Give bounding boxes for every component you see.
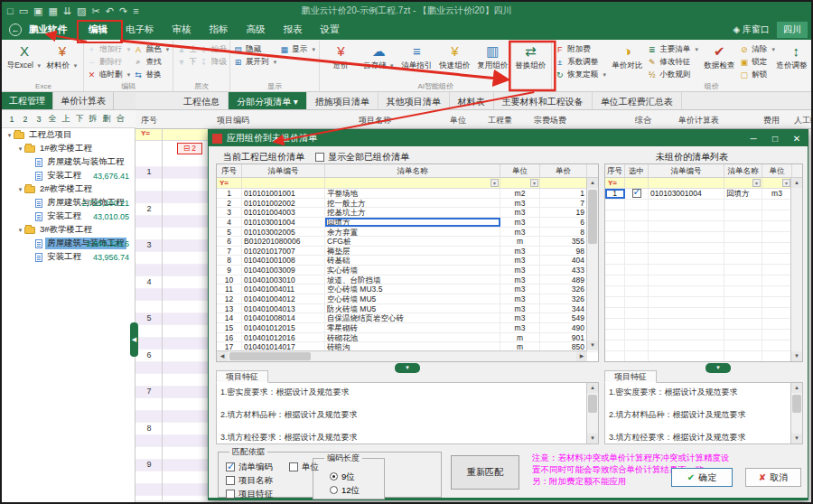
cell[interactable]: 344 bbox=[540, 304, 587, 313]
filter-cell[interactable]: ▾ bbox=[724, 178, 762, 188]
scroll-down-icon[interactable]: ▼ bbox=[587, 341, 598, 350]
menu-tab-高级[interactable]: 高级 bbox=[238, 21, 275, 39]
grid-row-number[interactable]: 7 bbox=[136, 387, 163, 396]
filter-cell[interactable] bbox=[649, 178, 724, 188]
cell[interactable]: m3 bbox=[500, 313, 540, 322]
table-row[interactable]: 1010103001004回填方m3 bbox=[605, 189, 802, 200]
cell[interactable]: 空心砖墙 MU5 bbox=[325, 294, 500, 303]
feature-tab-right[interactable]: 项目特征 bbox=[604, 370, 657, 383]
ribbon-button-附加费[interactable]: F附加费 bbox=[555, 43, 607, 55]
ribbon-button-小数规则[interactable]: ½小数规则 bbox=[647, 69, 699, 80]
cell[interactable]: 空心砖墙 MU3.5 bbox=[325, 285, 500, 294]
ribbon-button-上[interactable]: ▲上 bbox=[176, 43, 197, 55]
cell[interactable]: 010401003009 bbox=[242, 266, 325, 275]
vertical-scrollbar[interactable]: ▲▼ bbox=[790, 383, 802, 443]
ribbon-button-增加行[interactable]: +增加行▼ bbox=[87, 43, 131, 55]
ribbon-button-锁定[interactable]: ▣锁定 bbox=[739, 56, 776, 68]
cell[interactable]: 010201017007 bbox=[242, 247, 325, 256]
filter-cell[interactable] bbox=[242, 178, 325, 188]
filter-dropdown-icon[interactable]: ▾ bbox=[782, 179, 790, 187]
vertical-scrollbar[interactable]: ▲▼ bbox=[586, 383, 598, 443]
left-tab-单价计算表[interactable]: 单价计算表 bbox=[53, 92, 114, 109]
new-file-icon[interactable]: □ bbox=[7, 5, 14, 17]
back-icon[interactable]: ← bbox=[9, 23, 22, 36]
doc-tab-其他项目清单[interactable]: 其他项目清单 bbox=[378, 92, 450, 109]
ribbon-button-替换组价[interactable]: ⇄替换组价 bbox=[512, 42, 548, 70]
table-row[interactable]: 7010201017007褥垫层m398 bbox=[217, 247, 598, 257]
cell[interactable]: m3 bbox=[762, 189, 792, 199]
cell[interactable]: m3 bbox=[500, 218, 540, 227]
cell[interactable]: B010201080006 bbox=[242, 237, 325, 246]
filter-dropdown-icon[interactable]: ▾ bbox=[491, 179, 499, 187]
collapse-right-button[interactable]: ▼ bbox=[706, 363, 731, 373]
cell[interactable]: 16 bbox=[217, 333, 242, 342]
tree-toolbar-合[interactable]: 合 bbox=[114, 113, 126, 125]
doc-tab-单位工程费汇总表[interactable]: 单位工程费汇总表 bbox=[593, 92, 682, 109]
cell[interactable]: m bbox=[500, 237, 540, 246]
filter-cell[interactable]: ▾ bbox=[325, 178, 500, 188]
ribbon-button-快速组价[interactable]: ¥快速组价 bbox=[436, 42, 472, 70]
tree-item[interactable]: 安装工程43,956.74 bbox=[2, 250, 135, 264]
menu-tab-指标[interactable]: 指标 bbox=[201, 21, 238, 39]
cell[interactable]: 98 bbox=[540, 247, 587, 256]
cell[interactable]: 13 bbox=[217, 304, 242, 313]
cell[interactable]: 010103001004 bbox=[649, 189, 724, 199]
ribbon-button-删除行[interactable]: −删除行 bbox=[87, 56, 131, 68]
ribbon-button-解锁[interactable]: ▢解锁 bbox=[739, 69, 776, 80]
ribbon-button-单价对比[interactable]: ◑单价对比 bbox=[609, 42, 645, 70]
cell[interactable]: 549 bbox=[540, 313, 587, 322]
grid-row-number[interactable]: 5 bbox=[136, 313, 163, 322]
ribbon-button-造价调整[interactable]: ↕造价调整 ▼ bbox=[778, 42, 813, 70]
filter-cell[interactable]: Y= bbox=[217, 178, 242, 188]
ribbon-button-复用组价[interactable]: ▥复用组价 bbox=[474, 42, 510, 70]
doc-tab-分部分项清单[interactable]: 分部分项清单 ▾ bbox=[229, 92, 307, 109]
cell[interactable]: m3 bbox=[500, 275, 540, 285]
cell[interactable]: 余方弃置 bbox=[325, 228, 500, 237]
table-row[interactable]: 9010401003009实心砖墙m3433 bbox=[217, 266, 598, 275]
cell[interactable]: m3 bbox=[500, 266, 540, 275]
ribbon-button-主要清单[interactable]: ≣主要清单▼ bbox=[647, 43, 699, 55]
cell[interactable]: 010401004011 bbox=[242, 285, 325, 294]
minimize-icon[interactable]: ─ bbox=[743, 134, 764, 144]
radio-12位[interactable]: 12位 bbox=[330, 485, 373, 497]
menu-tab-设置[interactable]: 设置 bbox=[312, 21, 349, 39]
table-row[interactable]: 13010401004013防火砖墙 MU5m3344 bbox=[217, 304, 598, 314]
scroll-down-icon[interactable]: ▼ bbox=[791, 351, 802, 361]
cell[interactable]: 挖一般土方 bbox=[325, 199, 500, 208]
cell[interactable]: m3 bbox=[500, 256, 540, 265]
cell[interactable]: 326 bbox=[540, 294, 587, 303]
scroll-down-icon[interactable]: ▼ bbox=[791, 434, 802, 443]
col-header-单位[interactable]: 单位 bbox=[762, 164, 792, 177]
chevron-down-icon[interactable]: ▾ bbox=[5, 132, 14, 139]
collapse-left-button[interactable]: ▼ bbox=[395, 363, 420, 373]
cell[interactable]: m bbox=[500, 333, 540, 342]
match-checkbox-清单编码[interactable]: 清单编码 bbox=[226, 462, 273, 473]
cell[interactable]: 自保温烧结页岩空心砖 bbox=[325, 313, 500, 322]
table-row[interactable]: 6B010201080006CFG桩m355 bbox=[217, 237, 598, 247]
menu-tab-审核[interactable]: 审核 bbox=[164, 21, 201, 39]
cell[interactable]: m3 bbox=[500, 323, 540, 332]
undo-icon[interactable]: ↶ bbox=[106, 5, 114, 17]
match-checkbox-项目名称[interactable]: 项目名称 bbox=[226, 475, 273, 487]
cell[interactable]: m3 bbox=[500, 304, 540, 313]
table-row[interactable]: 10010401003010坡道、台阶挡墙m3489 bbox=[217, 275, 598, 285]
cell[interactable]: m3 bbox=[500, 208, 540, 217]
tree-item[interactable]: ▾3#教学楼工程 bbox=[2, 223, 135, 237]
cell[interactable]: m3 bbox=[500, 285, 540, 294]
cell[interactable]: 1 bbox=[217, 189, 242, 198]
filter-cell[interactable]: ▾ bbox=[500, 178, 540, 188]
ok-button[interactable]: ✔确定 bbox=[671, 468, 733, 487]
cell[interactable]: 490 bbox=[540, 323, 587, 332]
ribbon-button-清单指引[interactable]: ≡清单指引 bbox=[398, 42, 435, 70]
app-menu-button[interactable]: 鹏业软件 bbox=[29, 23, 67, 36]
table-row[interactable]: 1010101001001平整场地m21 bbox=[217, 189, 598, 199]
ribbon-button-系数调整[interactable]: ±系数调整 bbox=[555, 56, 607, 68]
table-row[interactable]: 2010101002002挖一般土方m37 bbox=[217, 199, 598, 209]
scroll-right-icon[interactable]: ▶ bbox=[576, 351, 587, 361]
ribbon-button-恢复定额[interactable]: ↻恢复定额▼ bbox=[555, 69, 607, 80]
cell[interactable]: 14 bbox=[217, 313, 242, 322]
grid-row-number[interactable]: 9 bbox=[136, 460, 163, 469]
filter-cell[interactable] bbox=[625, 178, 649, 188]
ribbon-button-抬升[interactable]: ↥抬升 bbox=[199, 43, 227, 55]
cell[interactable]: 355 bbox=[540, 237, 587, 246]
